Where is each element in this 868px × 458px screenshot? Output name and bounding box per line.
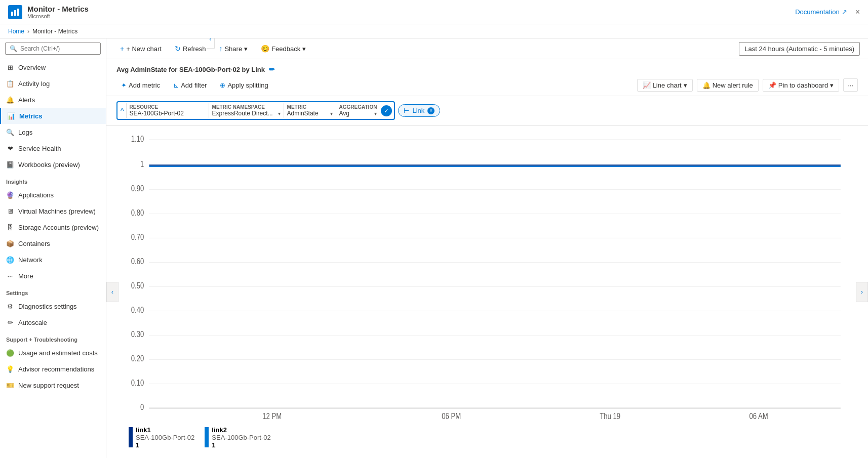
sidebar-item-overview[interactable]: ⊞ Overview	[0, 59, 106, 75]
documentation-link[interactable]: Documentation ↗	[795, 8, 847, 16]
search-icon: 🔍	[10, 45, 17, 52]
metric-row-box: ^ RESOURCE METRIC NAMESPACE ExpressRoute…	[116, 101, 395, 120]
chart-nav-left-button[interactable]: ‹	[106, 282, 119, 302]
svg-text:0.30: 0.30	[131, 330, 144, 339]
network-icon: 🌐	[6, 256, 14, 264]
time-range-selector[interactable]: Last 24 hours (Automatic - 5 minutes)	[739, 42, 860, 56]
metrics-icon: 📊	[7, 112, 15, 120]
app-title-block: Monitor - Metrics Microsoft	[27, 5, 89, 19]
svg-text:0.80: 0.80	[131, 209, 144, 217]
legend-item-link1: link1 SEA-100Gb-Port-02 1	[129, 426, 194, 449]
more-options-button[interactable]: ···	[843, 78, 858, 92]
apply-metric-button[interactable]: ✓	[381, 105, 392, 116]
add-metric-button[interactable]: ✦ Add metric	[116, 79, 165, 92]
svg-text:0: 0	[140, 403, 144, 411]
svg-text:0.20: 0.20	[131, 354, 144, 363]
sidebar-item-advisor[interactable]: 💡 Advisor recommendations	[0, 361, 106, 377]
sidebar-item-diagnostics[interactable]: ⚙ Diagnostics settings	[0, 298, 106, 314]
chart-svg: 1.10 1 0.90 0.80 0.70 0.60 0.50 0.40 0.3…	[129, 131, 846, 422]
sidebar-item-workbooks[interactable]: 📓 Workbooks (preview)	[0, 156, 106, 173]
settings-label: Settings	[0, 284, 106, 298]
new-chart-icon: +	[120, 45, 124, 53]
sidebar-item-support-request[interactable]: 🎫 New support request	[0, 377, 106, 393]
chart-nav-right-button[interactable]: ›	[856, 282, 868, 302]
new-chart-button[interactable]: + + New chart	[114, 41, 167, 56]
sidebar-search-area: 🔍	[0, 38, 106, 59]
close-button[interactable]: ×	[855, 8, 860, 17]
chart-header: Avg AdminState for SEA-100Gb-Port-02 by …	[106, 59, 868, 96]
svg-text:0.60: 0.60	[131, 257, 144, 266]
chart-area: ‹ › 1.10 1 0.90 0.80 0.70 0.60 0.50 0.40…	[106, 126, 868, 458]
aggregation-select[interactable]: Avg	[339, 110, 357, 117]
sidebar-item-autoscale[interactable]: ✏ Autoscale	[0, 314, 106, 330]
svg-rect-2	[17, 9, 19, 16]
sidebar-item-logs[interactable]: 🔍 Logs	[0, 124, 106, 140]
sidebar: 🔍 ⊞ Overview 📋 Activity log 🔔 Alerts 📊 M…	[0, 38, 106, 458]
sidebar-item-activity-log[interactable]: 📋 Activity log	[0, 75, 106, 92]
share-chevron-icon: ▾	[244, 45, 248, 53]
sidebar-item-applications[interactable]: 🔮 Applications	[0, 187, 106, 203]
metric-selector-bar: ^ RESOURCE METRIC NAMESPACE ExpressRoute…	[106, 96, 868, 126]
metric-select[interactable]: AdminState	[287, 110, 333, 117]
external-link-icon: ↗	[842, 8, 847, 16]
add-filter-icon: ⊾	[173, 81, 179, 89]
top-bar-right: Documentation ↗ ×	[795, 8, 860, 17]
add-filter-button[interactable]: ⊾ Add filter	[169, 79, 211, 92]
namespace-select-wrapper: ExpressRoute Direct... ▾	[212, 110, 281, 117]
refresh-icon: ↻	[175, 45, 181, 53]
main-layout: 🔍 ⊞ Overview 📋 Activity log 🔔 Alerts 📊 M…	[0, 38, 868, 458]
edit-title-icon[interactable]: ✏	[269, 65, 275, 73]
app-subtitle: Microsoft	[27, 13, 89, 19]
svg-text:06 AM: 06 AM	[749, 412, 768, 421]
containers-icon: 📦	[6, 239, 14, 247]
pin-icon: 📌	[768, 81, 776, 89]
diagnostics-icon: ⚙	[6, 302, 14, 310]
svg-rect-1	[14, 10, 16, 16]
logs-icon: 🔍	[6, 128, 14, 136]
sidebar-item-vms[interactable]: 🖥 Virtual Machines (preview)	[0, 203, 106, 219]
aggregation-select-wrapper: Avg ▾	[339, 110, 377, 117]
search-input[interactable]	[20, 45, 96, 52]
legend-text-link1: link1 SEA-100Gb-Port-02 1	[136, 426, 194, 449]
share-button[interactable]: ↑ Share ▾	[213, 41, 253, 56]
split-filter-pill: ⊢ Link ×	[398, 104, 440, 117]
svg-text:0.70: 0.70	[131, 233, 144, 241]
feedback-button[interactable]: 😊 Feedback ▾	[255, 41, 311, 56]
breadcrumb-home[interactable]: Home	[8, 28, 24, 35]
service-health-icon: ❤	[6, 144, 14, 152]
app-identity: Monitor - Metrics Microsoft	[8, 5, 89, 19]
namespace-select[interactable]: ExpressRoute Direct...	[212, 110, 281, 117]
new-alert-rule-button[interactable]: 🔔 New alert rule	[697, 79, 759, 92]
line-chart-type-button[interactable]: 📈 Line chart ▾	[637, 79, 693, 92]
resource-input[interactable]	[130, 110, 206, 117]
apply-splitting-button[interactable]: ⊕ Apply splitting	[215, 79, 272, 92]
svg-text:06 PM: 06 PM	[442, 412, 461, 421]
splitting-icon: ⊕	[220, 81, 225, 89]
sidebar-item-more[interactable]: ··· More	[0, 268, 106, 284]
applications-icon: 🔮	[6, 191, 14, 199]
autoscale-icon: ✏	[6, 318, 14, 326]
metric-collapse-button[interactable]: ^	[119, 106, 126, 116]
refresh-button[interactable]: ↻ Refresh	[169, 41, 212, 56]
split-close-button[interactable]: ×	[427, 107, 435, 114]
breadcrumb-current: Monitor - Metrics	[32, 28, 77, 35]
support-label: Support + Troubleshooting	[0, 330, 106, 345]
feedback-chevron-icon: ▾	[302, 45, 306, 53]
pin-to-dashboard-button[interactable]: 📌 Pin to dashboard ▾	[763, 79, 839, 92]
sidebar-item-alerts[interactable]: 🔔 Alerts	[0, 92, 106, 108]
search-box[interactable]: 🔍	[5, 43, 101, 55]
svg-text:0.40: 0.40	[131, 306, 144, 314]
svg-text:1.10: 1.10	[131, 135, 144, 143]
split-icon: ⊢	[404, 107, 409, 114]
legend-item-link2: link2 SEA-100Gb-Port-02 1	[205, 426, 270, 449]
sidebar-item-storage[interactable]: 🗄 Storage Accounts (preview)	[0, 219, 106, 235]
sidebar-item-metrics[interactable]: 📊 Metrics	[0, 108, 106, 124]
sidebar-item-network[interactable]: 🌐 Network	[0, 252, 106, 268]
storage-icon: 🗄	[6, 223, 14, 231]
sidebar-item-containers[interactable]: 📦 Containers	[0, 235, 106, 252]
resource-field: RESOURCE	[126, 103, 209, 118]
sidebar-item-usage-costs[interactable]: 🟢 Usage and estimated costs	[0, 345, 106, 361]
sidebar-collapse-button[interactable]: ‹	[207, 38, 215, 49]
svg-text:Thu 19: Thu 19	[600, 412, 620, 421]
sidebar-item-service-health[interactable]: ❤ Service Health	[0, 140, 106, 156]
